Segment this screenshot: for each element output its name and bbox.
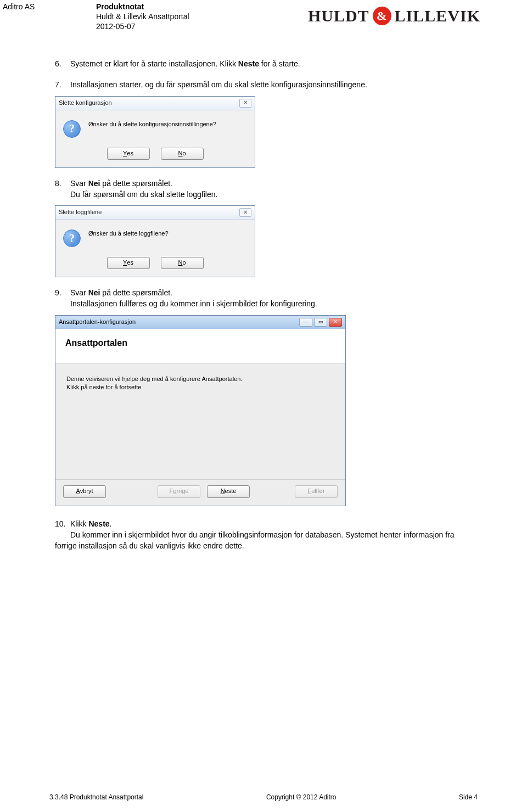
question-icon: ? [63, 229, 81, 247]
logo-left: HULDT [308, 7, 369, 25]
close-icon[interactable]: ✕ [239, 99, 251, 108]
no-mnemonic: N [178, 259, 182, 267]
wizard-title: Ansattportalen-konfigurasjon [59, 318, 136, 327]
doc-title: Produktnotat [96, 2, 308, 11]
no-mnemonic: N [178, 149, 182, 158]
step-number: 8. [55, 178, 70, 189]
step-text-a: Klikk [70, 519, 88, 528]
dialog-message: Ønsker du å slette konfigurasjonsinnstil… [88, 120, 216, 138]
content: 6.Systemet er klart for å starte install… [0, 58, 527, 552]
footer-center: Copyright © 2012 Aditro [266, 793, 337, 801]
dialog-delete-config: Slette konfigurasjon ✕ ? Ønsker du å sle… [55, 96, 255, 168]
step-6: 6.Systemet er klart for å starte install… [55, 58, 472, 69]
no-button[interactable]: No [161, 257, 204, 269]
finish-button: Fullfør [295, 485, 338, 498]
page-footer: 3.3.48 Produktnotat Ansattportal Copyrig… [0, 793, 527, 801]
step-bold: Neste [238, 59, 259, 68]
step-text-b: på dette spørsmålet. [100, 288, 172, 297]
dialog-titlebar[interactable]: Slette konfigurasjon ✕ [55, 97, 255, 110]
finish-mnemonic: F [307, 487, 311, 496]
next-button[interactable]: Neste [207, 485, 250, 498]
step-text-b: for å starte. [259, 59, 300, 68]
cancel-mnemonic: A [76, 487, 80, 496]
yes-button[interactable]: Yes [107, 148, 150, 160]
step-text-a: Svar [70, 179, 88, 188]
page-header: Aditro AS Produktnotat Huldt & Lillevik … [0, 0, 527, 31]
ampersand-icon: & [373, 7, 391, 25]
step-text-b: . [110, 519, 112, 528]
no-button[interactable]: No [161, 148, 204, 160]
question-icon: ? [63, 120, 81, 138]
wizard-body-line1: Denne veiviseren vil hjelpe deg med å ko… [66, 375, 334, 383]
dialog-title: Slette loggfilene [59, 208, 102, 217]
yes-button[interactable]: Yes [107, 257, 150, 269]
step-number: 6. [55, 58, 70, 69]
doc-date: 2012-05-07 [96, 22, 308, 31]
yes-mnemonic: Y [123, 259, 127, 267]
cancel-button[interactable]: Avbryt [63, 485, 106, 498]
brand-logo: HULDT & LILLEVIK [308, 7, 480, 25]
footer-left: 3.3.48 Produktnotat Ansattportal [49, 793, 143, 801]
step-8: 8.Svar Nei på dette spørsmålet. Du får s… [55, 178, 472, 278]
step-line2: Du kommer inn i skjermbildet hvor du ang… [55, 530, 455, 550]
step-text-b: på dette spørsmålet. [100, 179, 172, 188]
step-10: 10.Klikk Neste. Du kommer inn i skjermbi… [55, 518, 472, 552]
doc-subtitle: Huldt & Lillevik Ansattportal [96, 12, 308, 21]
company-name: Aditro AS [3, 2, 96, 11]
yes-mnemonic: Y [123, 149, 127, 158]
step-bold: Nei [88, 179, 100, 188]
logo-right: LILLEVIK [395, 7, 480, 25]
wizard-config: Ansattportalen-konfigurasjon — ▭ ✕ Ansat… [55, 315, 346, 506]
next-mnemonic: N [221, 487, 225, 496]
previous-mnemonic: o [173, 487, 176, 496]
step-bold: Neste [88, 519, 109, 528]
step-text: Systemet er klart for å starte installas… [70, 59, 238, 68]
wizard-heading: Ansattportalen [65, 337, 335, 349]
step-bold: Nei [88, 288, 100, 297]
step-text-a: Svar [70, 288, 88, 297]
wizard-body-line2: Klikk på neste for å fortsette [66, 383, 334, 391]
step-line2: Installasjonen fullføres og du kommer in… [70, 299, 317, 308]
dialog-title: Slette konfigurasjon [59, 99, 112, 108]
step-9: 9.Svar Nei på dette spørsmålet. Installa… [55, 287, 472, 506]
dialog-delete-logs: Slette loggfilene ✕ ? Ønsker du å slette… [55, 205, 255, 277]
maximize-icon[interactable]: ▭ [314, 318, 327, 327]
dialog-message: Ønsker du å slette loggfilene? [88, 229, 169, 247]
dialog-titlebar[interactable]: Slette loggfilene ✕ [55, 206, 255, 220]
footer-right: Side 4 [459, 793, 478, 801]
close-icon[interactable]: ✕ [239, 208, 251, 217]
step-7: 7.Installasjonen starter, og du får spør… [55, 79, 472, 167]
previous-button: Forrige [158, 485, 200, 498]
wizard-titlebar[interactable]: Ansattportalen-konfigurasjon — ▭ ✕ [55, 316, 345, 329]
step-number: 7. [55, 79, 70, 90]
step-text: Installasjonen starter, og du får spørsm… [70, 80, 367, 89]
close-icon[interactable]: ✕ [329, 318, 342, 327]
step-number: 9. [55, 287, 70, 298]
minimize-icon[interactable]: — [299, 318, 312, 327]
step-line2: Du får spørsmål om du skal slette loggfi… [70, 190, 217, 199]
step-number: 10. [55, 518, 70, 529]
